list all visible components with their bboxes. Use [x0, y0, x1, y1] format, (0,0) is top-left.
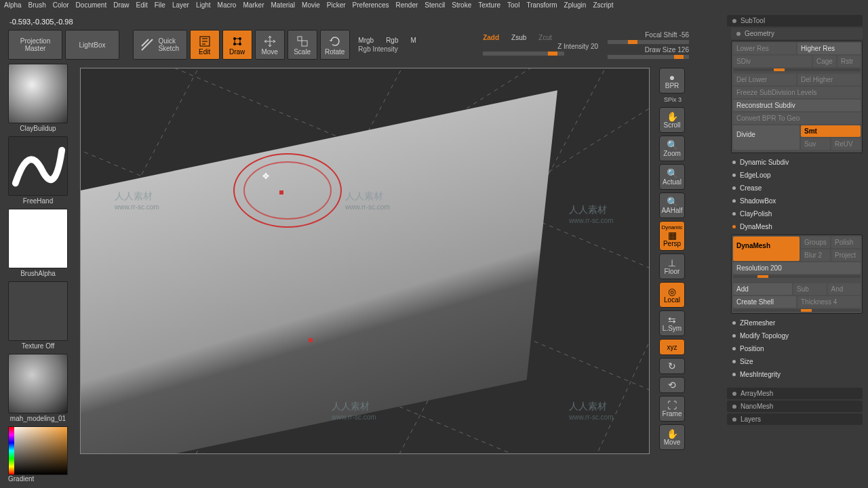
dynamesh-button[interactable]: DynaMesh	[733, 237, 800, 261]
frame-button[interactable]: ⛶Frame	[659, 396, 685, 422]
draw-button[interactable]: Draw	[222, 30, 252, 60]
floor-button[interactable]: ⊥Floor	[659, 253, 685, 279]
add-button[interactable]: Add	[733, 283, 792, 295]
menu-picker[interactable]: Picker	[327, 1, 346, 9]
divide-button[interactable]: Divide	[733, 125, 800, 150]
material-thumbnail[interactable]	[8, 354, 68, 413]
del-lower-button[interactable]: Del Lower	[733, 74, 796, 85]
sdiv-bar[interactable]	[733, 68, 861, 71]
lower-res-button[interactable]: Lower Res	[733, 43, 796, 54]
project-button[interactable]: Project	[831, 249, 861, 261]
menu-zplugin[interactable]: Zplugin	[564, 1, 587, 9]
zcut-toggle[interactable]: Zcut	[538, 34, 551, 41]
draw-size-slider[interactable]: Draw Size 126	[608, 45, 689, 59]
bpr-button[interactable]: ●BPR	[659, 68, 685, 94]
position-section[interactable]: Position	[727, 342, 863, 355]
cage-button[interactable]: Cage	[813, 56, 836, 67]
size-section[interactable]: Size	[727, 355, 863, 368]
dynamic-subdiv-section[interactable]: Dynamic Subdiv	[727, 156, 863, 169]
scroll-button[interactable]: ✋Scroll	[659, 107, 685, 133]
texture-thumbnail[interactable]	[8, 281, 68, 341]
alpha-thumbnail[interactable]	[8, 209, 68, 268]
rgb-toggle[interactable]: Rgb	[386, 37, 398, 44]
scale-button[interactable]: Scale	[288, 30, 317, 60]
menu-movie[interactable]: Movie	[302, 1, 320, 9]
spix-label[interactable]: SPix 3	[659, 96, 686, 103]
freeze-subdiv-button[interactable]: Freeze SubDivision Levels	[733, 87, 861, 98]
menu-draw[interactable]: Draw	[113, 1, 129, 9]
thickness-bar[interactable]	[733, 309, 861, 312]
quicksketch-button[interactable]: Quick Sketch	[133, 30, 187, 60]
actual-button[interactable]: 🔍Actual	[659, 164, 685, 190]
geometry-header[interactable]: Geometry	[731, 28, 863, 39]
menu-transform[interactable]: Transform	[526, 1, 557, 9]
subtool-header[interactable]: SubTool	[727, 15, 863, 26]
brush-thumbnail[interactable]	[8, 64, 68, 123]
viewport[interactable]: ✥ 人人素材www.rr-sc.com 人人素材www.rr-sc.com 人人…	[80, 68, 650, 454]
stroke-thumbnail[interactable]	[8, 136, 68, 196]
menu-tool[interactable]: Tool	[507, 1, 519, 9]
menu-marker[interactable]: Marker	[243, 1, 264, 9]
blur-slider[interactable]: Blur 2	[801, 249, 830, 261]
menu-brush[interactable]: Brush	[28, 1, 46, 9]
claypolish-section[interactable]: ClayPolish	[727, 207, 863, 220]
focal-shift-slider[interactable]: Focal Shift -56	[608, 30, 689, 44]
polish-button[interactable]: Polish	[831, 237, 861, 248]
rot-y-button[interactable]: ↻	[659, 358, 685, 374]
modify-topology-section[interactable]: Modify Topology	[727, 329, 863, 342]
menu-file[interactable]: File	[155, 1, 165, 9]
menu-stroke[interactable]: Stroke	[452, 1, 471, 9]
color-picker[interactable]	[8, 426, 68, 475]
hue-strip[interactable]	[9, 427, 14, 474]
rgb-intensity-slider[interactable]: Rgb Intensity	[358, 45, 473, 53]
and-button[interactable]: And	[828, 283, 861, 295]
lsym-button[interactable]: ⇆L.Sym	[659, 310, 685, 336]
crease-section[interactable]: Crease	[727, 182, 863, 195]
nanomesh-header[interactable]: NanoMesh	[727, 401, 863, 412]
menu-light[interactable]: Light	[196, 1, 211, 9]
menu-macro[interactable]: Macro	[218, 1, 237, 9]
suv-button[interactable]: Suv	[801, 138, 830, 150]
aahalf-button[interactable]: 🔍AAHalf	[659, 192, 685, 218]
xyz-button[interactable]: xyz	[659, 339, 685, 355]
menu-material[interactable]: Material	[271, 1, 296, 9]
dynamesh-section[interactable]: DynaMesh	[727, 220, 863, 233]
higher-res-button[interactable]: Higher Res	[797, 43, 861, 54]
move-view-button[interactable]: ✋Move	[659, 424, 685, 450]
shadowbox-section[interactable]: ShadowBox	[727, 195, 863, 207]
zadd-toggle[interactable]: Zadd	[483, 34, 499, 41]
resolution-slider[interactable]: Resolution 200	[733, 262, 861, 274]
zsub-toggle[interactable]: Zsub	[511, 34, 526, 41]
menu-zscript[interactable]: Zscript	[593, 1, 613, 9]
edgeloop-section[interactable]: EdgeLoop	[727, 169, 863, 182]
menu-preferences[interactable]: Preferences	[353, 1, 389, 9]
resolution-bar[interactable]	[733, 275, 861, 278]
local-button[interactable]: ◎Local	[659, 282, 685, 308]
convert-bpr-button[interactable]: Convert BPR To Geo	[733, 113, 861, 124]
thickness-slider[interactable]: Thickness 4	[797, 296, 861, 308]
rotate-button[interactable]: Rotate	[320, 30, 350, 60]
reconstruct-subdiv-button[interactable]: Reconstruct Subdiv	[733, 100, 861, 111]
zoom-button[interactable]: 🔍Zoom	[659, 136, 685, 161]
edit-button[interactable]: Edit	[190, 30, 220, 60]
arraymesh-header[interactable]: ArrayMesh	[727, 388, 863, 399]
move-button[interactable]: Move	[255, 30, 285, 60]
mrgb-toggle[interactable]: Mrgb	[358, 37, 374, 44]
menu-color[interactable]: Color	[53, 1, 69, 9]
menu-render[interactable]: Render	[396, 1, 418, 9]
menu-alpha[interactable]: Alpha	[4, 1, 22, 9]
lightbox-button[interactable]: LightBox	[65, 30, 119, 60]
meshintegrity-section[interactable]: MeshIntegrity	[727, 368, 863, 381]
m-toggle[interactable]: M	[411, 37, 416, 44]
menu-layer[interactable]: Layer	[172, 1, 189, 9]
rstr-button[interactable]: Rstr	[837, 56, 861, 67]
create-shell-button[interactable]: Create Shell	[733, 296, 796, 308]
del-higher-button[interactable]: Del Higher	[797, 74, 861, 85]
smt-button[interactable]: Smt	[801, 125, 861, 137]
sdiv-slider[interactable]: SDiv	[733, 56, 812, 67]
zremesher-section[interactable]: ZRemesher	[727, 317, 863, 329]
projection-master-button[interactable]: Projection Master	[8, 30, 62, 60]
layers-header[interactable]: Layers	[727, 413, 863, 425]
menu-document[interactable]: Document	[76, 1, 107, 9]
menu-texture[interactable]: Texture	[478, 1, 500, 9]
